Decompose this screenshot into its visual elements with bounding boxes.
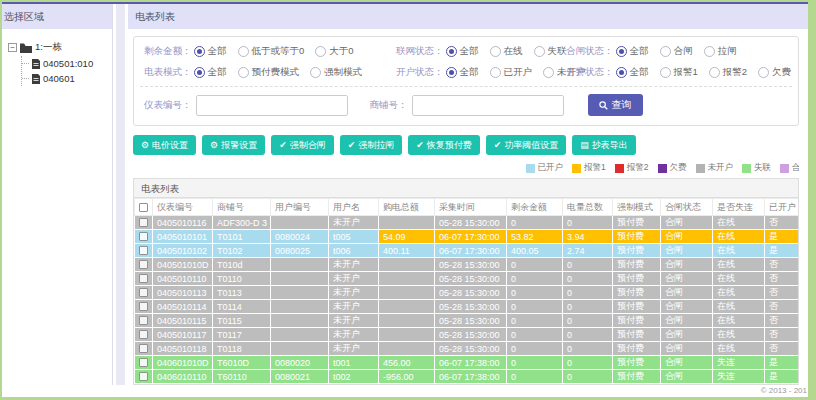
- radio-option[interactable]: 全部: [616, 45, 649, 58]
- table-row[interactable]: 0405010110T0110未开户05-28 15:30:0000预付费合闸在…: [135, 272, 799, 286]
- row-checkbox[interactable]: [139, 218, 148, 227]
- radio-option[interactable]: 拉闸: [704, 45, 737, 58]
- table-cell: 0405010114: [153, 300, 213, 314]
- radio-option[interactable]: 全部: [446, 66, 479, 79]
- table-cell: 未开户: [329, 342, 379, 356]
- table-cell: 0405010118: [153, 342, 213, 356]
- filter-label: 电表模式：: [144, 66, 192, 79]
- radio-option[interactable]: 低于或等于0: [238, 45, 305, 58]
- row-checkbox[interactable]: [139, 372, 148, 381]
- button-label: 强制合闸: [290, 139, 326, 152]
- meter-number-input[interactable]: [196, 95, 348, 116]
- radio-icon[interactable]: [616, 46, 627, 57]
- radio-icon[interactable]: [194, 46, 205, 57]
- checkbox-cell: [135, 272, 153, 286]
- radio-icon[interactable]: [660, 46, 671, 57]
- table-cell: 合闸: [661, 216, 713, 230]
- power-threshold-button[interactable]: ✔功率阈值设置: [486, 135, 567, 155]
- table-row[interactable]: 040601010DT6010D0080020t001456.0006-07 1…: [135, 356, 799, 370]
- radio-option[interactable]: 报警1: [660, 66, 698, 79]
- force-open-button[interactable]: ✔强制拉闸: [340, 135, 403, 155]
- radio-icon[interactable]: [446, 67, 457, 78]
- table-row[interactable]: 040501010DT010d未开户05-28 15:30:0000预付费合闸在…: [135, 258, 799, 272]
- row-checkbox[interactable]: [139, 288, 148, 297]
- alarm-settings-button[interactable]: ⚙报警设置: [202, 135, 265, 155]
- row-checkbox[interactable]: [139, 302, 148, 311]
- restore-prepaid-button[interactable]: ✔恢复预付费: [408, 135, 480, 155]
- radio-option[interactable]: 在线: [490, 45, 523, 58]
- collapse-icon[interactable]: −: [8, 43, 17, 52]
- radio-icon[interactable]: [490, 67, 501, 78]
- table-row[interactable]: 0405010116ADF300-D 3未开户05-28 15:30:0000预…: [135, 216, 799, 230]
- tree-node-leaf[interactable]: 040601: [22, 71, 108, 86]
- radio-option[interactable]: 全部: [194, 45, 227, 58]
- legend-label: 欠费: [670, 162, 687, 174]
- table-cell: t006: [329, 244, 379, 258]
- table-row[interactable]: 0406010113T601130080022t0031200.0006-07 …: [135, 384, 799, 385]
- radio-option[interactable]: 全部: [616, 66, 649, 79]
- tree-node-root[interactable]: − 1:一栋: [8, 41, 108, 54]
- radio-option[interactable]: 预付费模式: [238, 66, 300, 79]
- table-row[interactable]: 0405010113T0113未开户05-28 15:30:0000预付费合闸在…: [135, 286, 799, 300]
- radio-option[interactable]: 失联: [534, 45, 567, 58]
- table-scroll[interactable]: 仪表编号商铺号用户编号用户名购电总额采集时间剩余金额电量总数强制模式合闸状态是否…: [134, 198, 798, 384]
- row-checkbox[interactable]: [139, 330, 148, 339]
- radio-option[interactable]: 强制模式: [310, 66, 362, 79]
- radio-icon[interactable]: [194, 67, 205, 78]
- radio-icon[interactable]: [238, 67, 249, 78]
- radio-icon[interactable]: [490, 46, 501, 57]
- shop-number-input[interactable]: [412, 95, 564, 116]
- radio-label: 低于或等于0: [252, 45, 305, 58]
- radio-option[interactable]: 全部: [194, 66, 227, 79]
- meter-export-button[interactable]: ▤抄表导出: [572, 135, 636, 155]
- radio-icon[interactable]: [534, 46, 545, 57]
- radio-icon[interactable]: [660, 67, 671, 78]
- table-cell: 0: [563, 370, 613, 384]
- table-row[interactable]: 0405010115T0115未开户05-28 15:30:0000预付费合闸在…: [135, 314, 799, 328]
- radio-icon[interactable]: [543, 67, 554, 78]
- radio-icon[interactable]: [446, 46, 457, 57]
- radio-icon[interactable]: [310, 67, 321, 78]
- radio-option[interactable]: 合闸: [660, 45, 693, 58]
- force-close-button[interactable]: ✔强制合闸: [271, 135, 334, 155]
- price-settings-button[interactable]: ⚙电价设置: [133, 135, 196, 155]
- filter-group: 开户状态：全部已开户未开户: [396, 64, 566, 80]
- radio-icon[interactable]: [704, 46, 715, 57]
- row-checkbox[interactable]: [139, 358, 148, 367]
- table-row[interactable]: 0405010118T0118未开户05-28 15:30:0000预付费合闸在…: [135, 342, 799, 356]
- table-cell: 在线: [713, 314, 765, 328]
- table-row[interactable]: 0405010117T0117未开户05-28 15:30:0000预付费合闸在…: [135, 328, 799, 342]
- radio-icon[interactable]: [315, 46, 326, 57]
- status-legend: 已开户报警1报警2欠费未开户失联合闸: [526, 162, 799, 174]
- row-checkbox[interactable]: [139, 274, 148, 283]
- panel-splitter[interactable]: [113, 4, 128, 385]
- legend-label: 未开户: [708, 162, 734, 174]
- row-checkbox[interactable]: [139, 316, 148, 325]
- splitter-bar[interactable]: [116, 4, 125, 385]
- table-row[interactable]: 0405010101T01010080024t00554.0906-07 17:…: [135, 230, 799, 244]
- table-row[interactable]: 0405010102T01020080025t006400.1106-07 17…: [135, 244, 799, 258]
- query-button[interactable]: 查询: [588, 94, 643, 116]
- row-checkbox[interactable]: [139, 260, 148, 269]
- radio-option[interactable]: 欠费: [758, 66, 791, 79]
- radio-icon[interactable]: [238, 46, 249, 57]
- radio-icon[interactable]: [616, 67, 627, 78]
- radio-label: 欠费: [772, 66, 791, 79]
- radio-icon[interactable]: [758, 67, 769, 78]
- table-cell: 合闸: [661, 230, 713, 244]
- row-checkbox[interactable]: [139, 232, 148, 241]
- radio-icon[interactable]: [709, 67, 720, 78]
- table-cell: 在线: [713, 300, 765, 314]
- row-checkbox[interactable]: [139, 344, 148, 353]
- table-cell: 0: [507, 356, 563, 370]
- table-cell: [271, 314, 329, 328]
- radio-option[interactable]: 大于0: [315, 45, 353, 58]
- table-row[interactable]: 0405010114T0114未开户05-28 15:30:0000预付费合闸在…: [135, 300, 799, 314]
- select-all-checkbox[interactable]: [139, 203, 148, 212]
- radio-option[interactable]: 报警2: [709, 66, 747, 79]
- row-checkbox[interactable]: [139, 246, 148, 255]
- tree-node-leaf[interactable]: 040501:010: [22, 56, 108, 71]
- table-row[interactable]: 0406010110T601100080021t002-956.0006-07 …: [135, 370, 799, 384]
- radio-option[interactable]: 已开户: [490, 66, 533, 79]
- radio-option[interactable]: 全部: [446, 45, 479, 58]
